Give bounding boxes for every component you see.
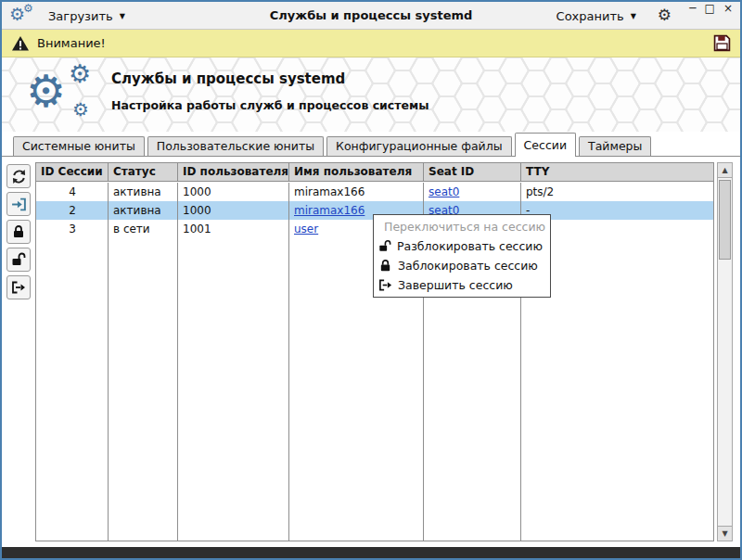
column-divider (177, 183, 178, 541)
cell-status: активна (109, 183, 178, 201)
tab-user-units[interactable]: Пользовательские юниты (147, 136, 324, 156)
chevron-down-icon: ▼ (120, 12, 125, 20)
title-bar: ⚙ ⚙ Загрузить ▼ Службы и процессы system… (2, 2, 740, 30)
load-menu-button[interactable]: Загрузить ▼ (48, 2, 125, 30)
scrollbar-thumb[interactable] (719, 180, 731, 260)
column-header-seat-id[interactable]: Seat ID (424, 163, 521, 181)
column-divider (288, 183, 289, 541)
cell-status: активна (109, 201, 178, 220)
terminate-session-icon (378, 278, 392, 292)
cell-seat-id: seat0 (424, 183, 521, 201)
cell-user-name: miramax166 (289, 183, 424, 201)
minimize-button[interactable]: ─ (689, 2, 696, 15)
refresh-button[interactable] (6, 164, 31, 188)
terminate-session-button[interactable] (6, 275, 31, 299)
tab-system-units[interactable]: Системные юниты (13, 136, 145, 156)
column-header-tty[interactable]: TTY (521, 163, 713, 181)
load-menu-label: Загрузить (48, 9, 113, 23)
app-logo-gears-icon: ⚙ ⚙ ⚙ (26, 61, 106, 128)
warning-text: Внимание! (37, 36, 106, 50)
session-context-menu: Переключиться на сессию Разблокировать с… (373, 214, 551, 298)
seat-link[interactable]: seat0 (429, 185, 459, 198)
table-row[interactable]: 4 активна 1000 miramax166 seat0 pts/2 (36, 183, 713, 201)
column-header-status[interactable]: Статус (109, 163, 178, 181)
warning-triangle-icon (11, 35, 30, 52)
main-content: ID Сессии Статус ID пользователя Имя пол… (2, 157, 740, 547)
window-controls: ─ □ × (689, 2, 733, 15)
maximize-button[interactable]: □ (705, 2, 715, 15)
switch-session-icon (11, 197, 27, 212)
save-disk-icon[interactable] (713, 34, 731, 52)
column-header-user-id[interactable]: ID пользователя (178, 163, 289, 181)
column-header-session-id[interactable]: ID Сессии (36, 163, 109, 181)
terminate-session-icon (11, 280, 26, 295)
chevron-down-icon: ▼ (631, 12, 636, 20)
warning-bar: Внимание! (2, 30, 740, 57)
table-header-row: ID Сессии Статус ID пользователя Имя пол… (36, 163, 713, 182)
gear-icon: ⚙ (69, 61, 91, 86)
page-subtitle: Настройка работы служб и процессов систе… (111, 98, 429, 112)
settings-gear-icon[interactable]: ⚙ (658, 6, 672, 24)
cell-session-id: 3 (36, 220, 109, 238)
user-link[interactable]: miramax166 (294, 204, 365, 217)
menu-item-label: Разблокировать сессию (397, 239, 543, 253)
gear-icon: ⚙ (72, 100, 89, 119)
menu-item-label: Заблокировать сессию (398, 259, 538, 273)
lock-session-button[interactable] (6, 220, 31, 244)
app-logo-gears-icon: ⚙ ⚙ (9, 4, 41, 28)
unlock-icon (378, 239, 391, 253)
scroll-down-icon: ▼ (722, 529, 727, 538)
page-title: Службы и процессы systemd (111, 70, 345, 87)
save-menu-button[interactable]: Сохранить ▼ (556, 2, 636, 30)
switch-to-session-button[interactable] (6, 192, 31, 216)
scroll-down-button[interactable]: ▼ (718, 526, 732, 541)
menu-item-label: Завершить сессию (398, 278, 513, 292)
app-window: ⚙ ⚙ Загрузить ▼ Службы и процессы system… (0, 0, 742, 560)
tab-config-files[interactable]: Конфигурационные файлы (326, 136, 512, 156)
menu-item-switch-to-session: Переключиться на сессию (374, 217, 550, 236)
cell-session-id: 2 (36, 201, 109, 220)
bottom-bar (2, 547, 740, 558)
menu-item-lock-session[interactable]: Заблокировать сессию (374, 256, 550, 275)
gear-icon: ⚙ (23, 3, 33, 14)
vertical-scrollbar[interactable]: ▲ ▼ (717, 162, 733, 541)
cell-user-id: 1000 (178, 183, 289, 201)
lock-icon (378, 259, 392, 273)
menu-item-terminate-session[interactable]: Завершить сессию (374, 275, 550, 295)
cell-session-id: 4 (36, 183, 109, 201)
column-divider (108, 183, 109, 541)
app-header: ⚙ ⚙ ⚙ Службы и процессы systemd Настройк… (2, 57, 740, 132)
tab-bar: Системные юниты Пользовательские юниты К… (2, 132, 740, 157)
hexagon-pattern-background (2, 57, 740, 132)
cell-user-id: 1001 (178, 220, 289, 238)
save-menu-label: Сохранить (556, 9, 624, 23)
unlock-session-button[interactable] (6, 248, 31, 272)
close-button[interactable]: × (723, 2, 733, 15)
menu-item-label: Переключиться на сессию (384, 220, 545, 234)
column-header-user-name[interactable]: Имя пользователя (289, 163, 424, 181)
gear-icon: ⚙ (26, 69, 66, 113)
scroll-up-button[interactable]: ▲ (718, 163, 732, 178)
unlock-icon (11, 252, 26, 267)
cell-tty: pts/2 (521, 183, 713, 201)
user-link[interactable]: user (294, 223, 318, 235)
refresh-icon (11, 169, 27, 185)
cell-status: в сети (109, 220, 178, 238)
cell-user-id: 1000 (178, 201, 289, 220)
scroll-up-icon: ▲ (722, 166, 727, 174)
lock-icon (11, 224, 26, 239)
tab-timers[interactable]: Таймеры (579, 136, 651, 156)
tab-sessions[interactable]: Сессии (515, 133, 576, 157)
menu-item-unlock-session[interactable]: Разблокировать сессию (374, 236, 550, 256)
